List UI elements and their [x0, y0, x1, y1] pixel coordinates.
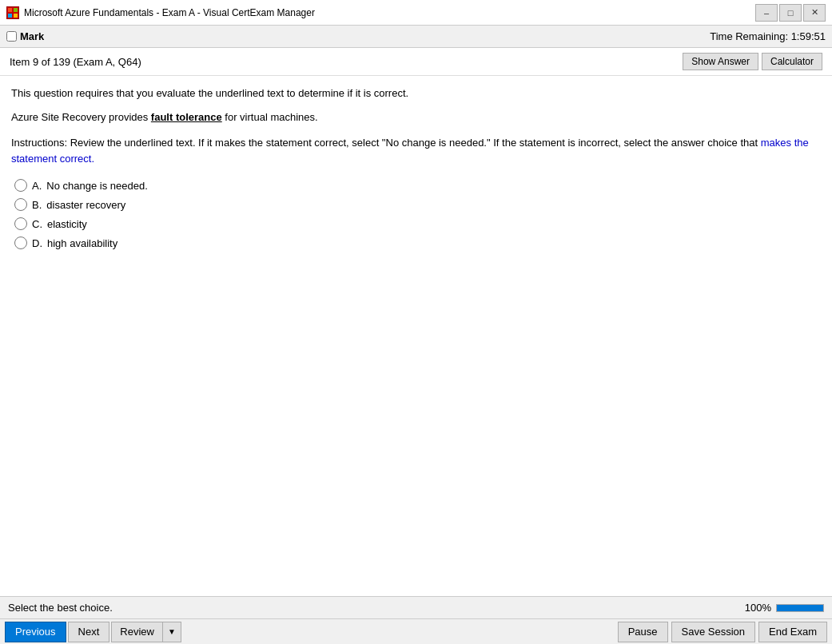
menu-bar: Mark Time Remaining: 1:59:51 [0, 26, 832, 48]
menu-left: Mark [6, 30, 44, 42]
option-a[interactable]: A. No change is needed. [14, 179, 821, 192]
toolbar-right: Pause Save Session End Exam [618, 622, 827, 642]
svg-rect-3 [14, 14, 18, 18]
time-remaining: Time Remaining: 1:59:51 [710, 30, 826, 42]
mark-label: Mark [20, 30, 44, 42]
review-dropdown-button[interactable]: ▼ [162, 622, 181, 642]
option-d-letter: D. [32, 237, 42, 249]
time-remaining-label: Time Remaining: [710, 30, 788, 42]
status-text: Select the best choice. [8, 602, 113, 614]
zoom-area: 100% [745, 602, 824, 614]
answer-options: A. No change is needed. B. disaster reco… [14, 179, 821, 249]
content-area: This question requires that you evaluate… [0, 76, 832, 596]
zoom-bar-fill [777, 605, 823, 611]
instructions-before: Instructions: Review the underlined text… [11, 137, 761, 149]
previous-button[interactable]: Previous [5, 622, 66, 642]
statement-after: for virtual machines. [222, 111, 318, 123]
mark-checkbox-label[interactable]: Mark [6, 30, 44, 42]
option-c-text: elasticity [47, 218, 87, 230]
question-instructions: Instructions: Review the underlined text… [11, 135, 821, 166]
status-bar: Select the best choice. 100% [0, 596, 832, 618]
close-button[interactable]: ✕ [803, 4, 826, 22]
app-icon [6, 6, 19, 19]
title-bar-left: Microsoft Azure Fundamentals - Exam A - … [6, 6, 315, 19]
show-answer-button[interactable]: Show Answer [683, 53, 758, 70]
option-a-text: No change is needed. [46, 180, 147, 192]
option-d[interactable]: D. high availability [14, 237, 821, 249]
time-value: 1:59:51 [791, 30, 826, 42]
toolbar-left: Previous Next Review ▼ [5, 622, 181, 642]
question-preamble: This question requires that you evaluate… [11, 85, 821, 101]
question-statement: Azure Site Recovery provides fault toler… [11, 109, 821, 126]
svg-rect-2 [8, 14, 12, 18]
next-button[interactable]: Next [68, 622, 110, 642]
calculator-button[interactable]: Calculator [762, 53, 822, 70]
bottom-toolbar: Previous Next Review ▼ Pause Save Sessio… [0, 618, 832, 644]
radio-a[interactable] [14, 179, 27, 192]
radio-b[interactable] [14, 198, 27, 211]
option-c-letter: C. [32, 218, 42, 230]
radio-d[interactable] [14, 237, 27, 249]
minimize-button[interactable]: – [755, 4, 778, 22]
review-button[interactable]: Review [111, 622, 162, 642]
item-buttons: Show Answer Calculator [683, 53, 822, 70]
svg-rect-1 [14, 8, 18, 12]
option-a-letter: A. [32, 180, 42, 192]
maximize-button[interactable]: □ [779, 4, 802, 22]
item-info: Item 9 of 139 (Exam A, Q64) [10, 56, 141, 68]
review-btn-group: Review ▼ [111, 622, 181, 642]
option-c[interactable]: C. elasticity [14, 217, 821, 230]
svg-rect-0 [8, 8, 12, 12]
mark-checkbox-input[interactable] [6, 31, 17, 42]
zoom-percent: 100% [745, 602, 771, 614]
end-exam-button[interactable]: End Exam [758, 622, 827, 642]
title-bar: Microsoft Azure Fundamentals - Exam A - … [0, 0, 832, 26]
option-b-text: disaster recovery [46, 199, 125, 211]
title-text: Microsoft Azure Fundamentals - Exam A - … [24, 7, 315, 18]
statement-before: Azure Site Recovery provides [11, 111, 151, 123]
item-header: Item 9 of 139 (Exam A, Q64) Show Answer … [0, 48, 832, 76]
underlined-text: fault tolerance [151, 111, 222, 123]
option-d-text: high availability [47, 237, 117, 249]
radio-c[interactable] [14, 217, 27, 230]
option-b-letter: B. [32, 199, 42, 211]
option-b[interactable]: B. disaster recovery [14, 198, 821, 211]
window-controls: – □ ✕ [755, 4, 826, 22]
save-session-button[interactable]: Save Session [671, 622, 756, 642]
pause-button[interactable]: Pause [618, 622, 668, 642]
zoom-bar-container [776, 604, 824, 612]
